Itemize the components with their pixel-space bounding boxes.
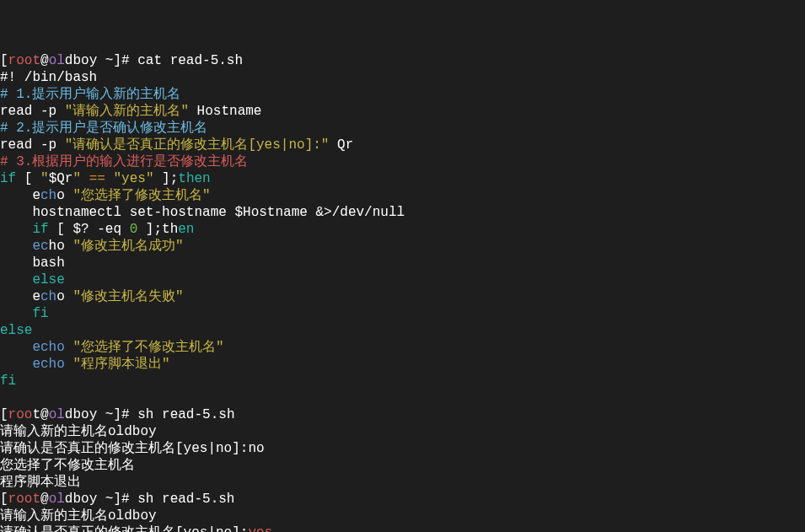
- terminal-line: fi: [0, 373, 805, 390]
- text-segment: en: [178, 222, 194, 237]
- text-segment: ol: [49, 492, 65, 507]
- text-segment: else: [0, 323, 32, 338]
- text-segment: 请输入新的主机名oldboy: [0, 424, 157, 439]
- text-segment: t: [32, 407, 40, 422]
- text-segment: ": [72, 171, 81, 186]
- text-segment: ];th: [137, 222, 178, 237]
- text-segment: echo: [32, 357, 64, 372]
- text-segment: e: [0, 188, 40, 203]
- text-segment: -eq: [89, 222, 130, 237]
- text-segment: # 3.根据用户的输入进行是否修改主机名: [0, 154, 248, 169]
- text-segment: read -p: [0, 104, 65, 119]
- text-segment: "程序脚本退出": [72, 357, 169, 372]
- terminal-line: 请确认是否真正的修改主机名[yes|no]:no: [0, 440, 805, 457]
- text-segment: "请确认是否真正的修改主机名[yes|no]:": [65, 137, 330, 153]
- text-segment: # 1.提示用户输入新的主机名: [0, 87, 180, 102]
- text-segment: yes: [248, 525, 272, 532]
- text-segment: ];: [153, 171, 178, 186]
- terminal-line: #! /bin/bash: [0, 69, 805, 86]
- terminal-line: [0, 390, 805, 406]
- text-segment: root: [8, 492, 40, 507]
- text-segment: "yes": [113, 171, 153, 186]
- text-segment: [: [0, 407, 8, 422]
- terminal-line: 您选择了不修改主机名: [0, 457, 805, 474]
- text-segment: $?: [72, 222, 89, 237]
- text-segment: 0: [130, 222, 138, 237]
- text-segment: $Hostname: [234, 205, 307, 220]
- text-segment: [: [0, 53, 8, 68]
- terminal-line: else: [0, 322, 805, 339]
- text-segment: Qr: [329, 137, 353, 153]
- text-segment: @: [40, 407, 49, 422]
- text-segment: @: [40, 53, 49, 68]
- text-segment: "修改主机名成功": [72, 239, 183, 254]
- text-segment: roo: [8, 407, 33, 422]
- text-segment: [65, 340, 73, 355]
- text-segment: then: [178, 171, 210, 186]
- terminal-line: hostnamectl set-hostname $Hostname &>/de…: [0, 204, 805, 221]
- text-segment: [0, 272, 32, 287]
- text-segment: dboy ~]# cat read-5.sh: [65, 53, 243, 68]
- text-segment: fi: [32, 306, 48, 321]
- terminal-line: echo "修改主机名失败": [0, 288, 805, 305]
- text-segment: e: [0, 289, 40, 304]
- text-segment: dboy ~]# sh read-5.sh: [65, 492, 235, 507]
- text-segment: fi: [0, 373, 16, 389]
- text-segment: "请输入新的主机名": [65, 104, 189, 119]
- terminal-line: [root@oldboy ~]# sh read-5.sh: [0, 491, 805, 508]
- text-segment: 程序脚本退出: [0, 475, 81, 490]
- text-segment: #! /bin/bash: [0, 70, 97, 85]
- text-segment: dboy ~]# sh read-5.sh: [65, 407, 235, 422]
- terminal-line: 程序脚本退出: [0, 474, 805, 491]
- text-segment: else: [32, 272, 64, 287]
- text-segment: &>/dev/null: [308, 205, 405, 220]
- terminal-line: 请确认是否真正的修改主机名[yes|no]:yes: [0, 524, 805, 532]
- text-segment: "您选择了不修改主机名": [72, 340, 223, 355]
- terminal-line: echo "程序脚本退出": [0, 356, 805, 373]
- terminal-line: [root@oldboy ~]# sh read-5.sh: [0, 406, 805, 423]
- text-segment: # 2.提示用户是否确认修改主机名: [0, 121, 207, 136]
- terminal-line: 请输入新的主机名oldboy: [0, 423, 805, 440]
- text-segment: o: [56, 188, 72, 203]
- text-segment: 请确认是否真正的修改主机名[yes|no]:: [0, 525, 248, 532]
- text-segment: $Qr: [49, 171, 73, 186]
- terminal-output[interactable]: [root@oldboy ~]# cat read-5.sh#! /bin/ba…: [0, 51, 805, 532]
- text-segment: ": [40, 171, 49, 186]
- text-segment: [0, 306, 32, 321]
- terminal-line: # 2.提示用户是否确认修改主机名: [0, 120, 805, 137]
- text-segment: ho: [49, 239, 73, 254]
- text-segment: root: [8, 53, 40, 68]
- text-segment: [0, 357, 32, 372]
- text-segment: ==: [89, 171, 105, 186]
- terminal-line: echo "您选择了不修改主机名": [0, 339, 805, 356]
- terminal-line: # 3.根据用户的输入进行是否修改主机名: [0, 153, 805, 170]
- terminal-line: echo "您选择了修改主机名": [0, 187, 805, 204]
- text-segment: ol: [49, 407, 65, 422]
- terminal-line: else: [0, 271, 805, 288]
- terminal-line: if [ $? -eq 0 ];then: [0, 221, 805, 238]
- terminal-line: bash: [0, 255, 805, 271]
- text-segment: [: [0, 492, 8, 507]
- text-segment: [0, 340, 32, 355]
- text-segment: ec: [32, 239, 48, 254]
- text-segment: o: [56, 289, 72, 304]
- text-segment: ol: [49, 53, 65, 68]
- text-segment: ch: [40, 188, 56, 203]
- terminal-line: read -p "请输入新的主机名" Hostname: [0, 103, 805, 120]
- terminal-line: echo "修改主机名成功": [0, 238, 805, 255]
- text-segment: 您选择了不修改主机名: [0, 458, 135, 473]
- text-segment: [65, 357, 73, 372]
- text-segment: ch: [40, 289, 56, 304]
- text-segment: Hostname: [189, 104, 261, 119]
- text-segment: "修改主机名失败": [72, 289, 183, 304]
- text-segment: bash: [0, 255, 65, 271]
- text-segment: [0, 222, 32, 237]
- text-segment: 请输入新的主机名oldboy: [0, 508, 157, 524]
- text-segment: @: [40, 492, 49, 507]
- text-segment: [: [49, 222, 73, 237]
- terminal-line: # 1.提示用户输入新的主机名: [0, 86, 805, 103]
- text-segment: [81, 171, 89, 186]
- text-segment: read -p: [0, 137, 65, 153]
- terminal-line: if [ "$Qr" == "yes" ];then: [0, 170, 805, 187]
- terminal-line: 请输入新的主机名oldboy: [0, 508, 805, 524]
